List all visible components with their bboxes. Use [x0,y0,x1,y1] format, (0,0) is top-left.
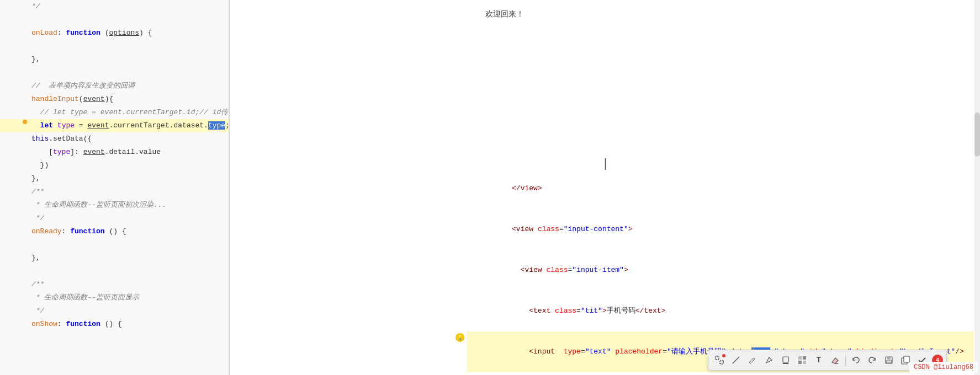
svg-rect-0 [716,356,719,360]
red-dot [722,354,725,357]
code-line: handleInput(event){ [0,93,229,106]
code-line [0,66,229,79]
code-line: <view class="input-item"> [467,250,973,291]
code-line: * 生命周期函数--监听页面初次渲染... [0,199,229,212]
svg-rect-13 [886,361,892,363]
toolbar-divider [845,355,846,366]
highlight-button[interactable] [778,352,793,368]
code-line [0,13,229,26]
code-line: this.setData({ [0,132,229,146]
code-line: onShow: function () { [0,318,229,331]
code-line: 欢迎回来！ [229,2,980,22]
pen-button[interactable] [761,352,777,368]
left-panel: */ onLoad: function (options) { }, [0,0,229,375]
code-line: }, [0,172,229,185]
code-line: [type]: event.detail.value [0,146,229,159]
code-line: onLoad: function (options) { [0,26,229,40]
line-tool-button[interactable] [728,352,744,368]
csdn-watermark: CSDN @liulang68 [909,362,978,373]
code-line: /** [0,185,229,199]
lightbulb-icon: 💡 [455,333,464,342]
code-line [0,265,229,278]
code-line: * 生命周期函数--监听页面显示 [0,291,229,304]
select-area-button[interactable] [712,352,727,368]
code-line: </view> [467,168,973,209]
svg-rect-15 [904,356,909,362]
mosaic-button[interactable] [794,352,810,368]
cursor-dot [23,120,27,124]
code-line: }) [0,159,229,172]
svg-rect-8 [798,361,802,364]
code-line: onReady: function () { [0,225,229,238]
svg-line-3 [754,358,755,359]
code-line: </view> [467,372,973,375]
code-line: }, [0,251,229,265]
html-code-block: </view> <view class="input-content"> <vi… [467,168,973,375]
eraser-button[interactable] [828,352,843,368]
redo-button[interactable] [865,352,880,368]
svg-rect-9 [803,361,806,364]
svg-rect-1 [720,361,723,364]
code-line: }, [0,53,229,66]
code-line: // let type = event.currentTarget.id;// … [0,106,229,119]
panel-divider [229,0,230,375]
code-line: // 表单项内容发生改变的回调 [0,79,229,93]
code-line: <view class="input-content"> [467,209,973,250]
code-line: <text class="tit">手机号码</text> [467,291,973,331]
svg-rect-4 [783,357,788,362]
undo-button[interactable] [848,352,864,368]
scrollbar[interactable] [974,0,980,375]
code-line: */ [0,212,229,225]
pencil-button[interactable] [745,352,760,368]
svg-rect-12 [887,357,891,360]
highlighted-line: let type = event.currentTarget.dataset.t… [0,119,229,132]
right-panel: 欢迎回来！ | </view> <view class="input-conte… [229,0,980,375]
text-icon: T [817,356,821,365]
scrollbar-thumb[interactable] [974,113,980,157]
editor-container: */ onLoad: function (options) { }, [0,0,980,375]
svg-line-2 [733,357,739,363]
svg-rect-7 [803,356,806,360]
svg-rect-6 [798,356,802,360]
text-tool-button[interactable]: T [811,352,827,368]
code-line: */ [0,0,229,13]
save-button[interactable] [881,352,897,368]
code-line: /** [0,278,229,291]
code-line: */ [0,304,229,318]
code-line [0,40,229,53]
code-line [0,238,229,251]
